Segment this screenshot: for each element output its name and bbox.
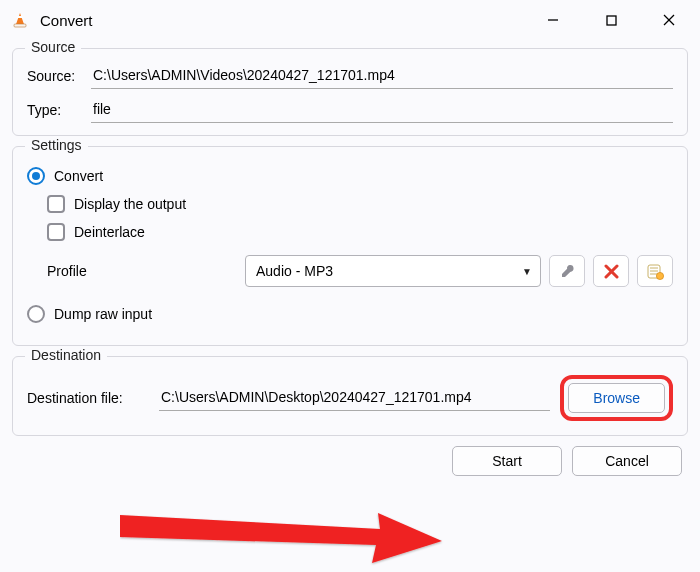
dump-radio-label: Dump raw input	[54, 306, 152, 322]
settings-group: Settings Convert Display the output Dein…	[12, 146, 688, 346]
app-icon	[10, 10, 30, 30]
convert-radio[interactable]: Convert	[27, 167, 673, 185]
profile-combobox[interactable]: Audio - MP3 ▼	[245, 255, 541, 287]
destination-legend: Destination	[25, 347, 107, 363]
type-input	[91, 97, 673, 123]
cancel-button[interactable]: Cancel	[572, 446, 682, 476]
annotation-arrow	[120, 495, 450, 567]
new-profile-icon	[647, 263, 664, 280]
close-button[interactable]	[640, 0, 698, 40]
svg-rect-1	[18, 16, 23, 18]
maximize-button[interactable]	[582, 0, 640, 40]
destination-label: Destination file:	[27, 390, 149, 406]
window-controls	[524, 0, 698, 40]
svg-point-12	[656, 272, 663, 279]
wrench-icon	[559, 263, 576, 280]
source-group: Source Source: Type:	[12, 48, 688, 136]
browse-highlight: Browse	[560, 375, 673, 421]
start-button[interactable]: Start	[452, 446, 562, 476]
titlebar: Convert	[0, 0, 700, 40]
display-output-checkbox[interactable]: Display the output	[47, 195, 673, 213]
deinterlace-checkbox[interactable]: Deinterlace	[47, 223, 673, 241]
delete-icon	[604, 264, 619, 279]
profile-label: Profile	[47, 263, 237, 279]
chevron-down-icon: ▼	[522, 266, 532, 277]
dialog-footer: Start Cancel	[18, 446, 682, 476]
display-output-label: Display the output	[74, 196, 186, 212]
edit-profile-button[interactable]	[549, 255, 585, 287]
settings-legend: Settings	[25, 137, 88, 153]
window-title: Convert	[40, 12, 93, 29]
radio-on-icon	[27, 167, 45, 185]
source-legend: Source	[25, 39, 81, 55]
new-profile-button[interactable]	[637, 255, 673, 287]
minimize-button[interactable]	[524, 0, 582, 40]
deinterlace-label: Deinterlace	[74, 224, 145, 240]
svg-rect-3	[607, 16, 616, 25]
browse-button[interactable]: Browse	[568, 383, 665, 413]
destination-input[interactable]	[159, 385, 550, 411]
source-label: Source:	[27, 68, 91, 84]
svg-marker-13	[120, 513, 442, 563]
delete-profile-button[interactable]	[593, 255, 629, 287]
convert-radio-label: Convert	[54, 168, 103, 184]
checkbox-empty-icon	[47, 195, 65, 213]
type-label: Type:	[27, 102, 91, 118]
svg-rect-0	[14, 24, 26, 27]
radio-off-icon	[27, 305, 45, 323]
destination-group: Destination Destination file: Browse	[12, 356, 688, 436]
source-input[interactable]	[91, 63, 673, 89]
dump-radio[interactable]: Dump raw input	[27, 305, 673, 323]
checkbox-empty-icon	[47, 223, 65, 241]
profile-value: Audio - MP3	[256, 263, 333, 279]
